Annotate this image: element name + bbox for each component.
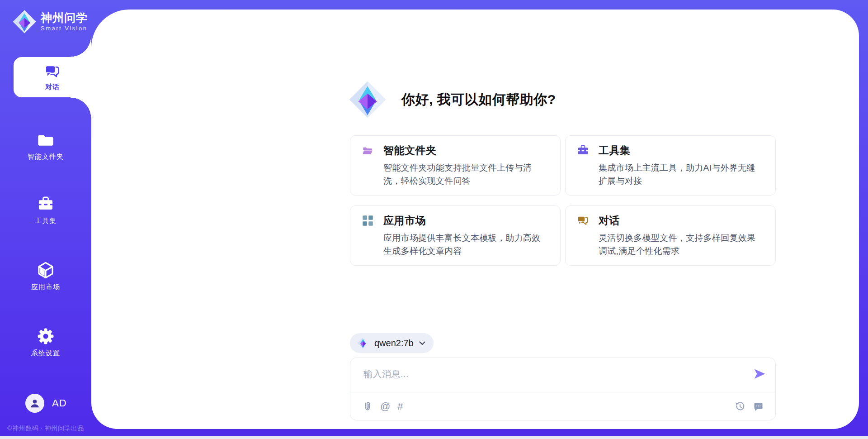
model-name: qwen2:7b	[374, 338, 414, 348]
card-desc: 应用市场提供丰富长文本模板，助力高效生成多样化文章内容	[362, 231, 548, 258]
brand-logo-icon	[13, 10, 36, 33]
paperclip-icon	[362, 401, 373, 412]
card-app-market[interactable]: 应用市场 应用市场提供丰富长文本模板，助力高效生成多样化文章内容	[350, 205, 561, 266]
model-logo-icon	[357, 337, 369, 349]
attachment-button[interactable]	[362, 401, 373, 412]
sidebar-item-label: 对话	[45, 83, 60, 91]
card-title: 工具集	[599, 143, 631, 157]
brand-subtitle: Smart Vision	[41, 25, 88, 32]
sidebar-item-label: 工具集	[35, 217, 57, 225]
main-panel: 你好, 我可以如何帮助你? 智能文件夹 智能文件夹功能支持批量文件上传与清洗，轻…	[91, 10, 859, 429]
greeting-block: 你好, 我可以如何帮助你?	[349, 81, 556, 118]
chevron-down-icon	[419, 341, 425, 345]
history-icon	[735, 401, 745, 412]
sidebar-item-label: 智能文件夹	[28, 153, 64, 161]
folder-open-icon	[362, 144, 374, 157]
person-icon	[29, 397, 41, 409]
sidebar-item-toolset[interactable]: 工具集	[0, 196, 91, 225]
model-selector[interactable]: qwen2:7b	[350, 333, 434, 353]
app-root: { "brand": { "title": "神州问学", "subtitle"…	[0, 0, 868, 439]
card-toolset[interactable]: 工具集 集成市场上主流工具，助力AI与外界无缝扩展与对接	[565, 135, 776, 196]
sidebar-item-settings[interactable]: 系统设置	[0, 328, 91, 358]
sidebar-item-smart-folder[interactable]: 智能文件夹	[0, 131, 91, 161]
send-button[interactable]	[752, 366, 767, 382]
chat-icon	[44, 63, 61, 80]
gear-icon	[37, 328, 54, 345]
sidebar-footer: ©神州数码 · 神州问学出品	[0, 425, 91, 433]
message-bubble-icon	[753, 401, 764, 412]
brand: 神州问学 Smart Vision	[13, 10, 88, 33]
card-title: 对话	[599, 214, 620, 228]
horizontal-scrollbar[interactable]	[0, 436, 868, 439]
sidebar-item-app-market[interactable]: 应用市场	[0, 262, 91, 291]
composer-toolbar: @ #	[350, 392, 775, 420]
avatar	[25, 394, 44, 413]
sidebar: 神州问学 Smart Vision 对话 智能文件夹 工具集	[0, 0, 91, 439]
hashtag-button[interactable]: #	[397, 401, 403, 411]
send-icon	[753, 367, 766, 381]
greeting-text: 你好, 我可以如何帮助你?	[401, 91, 556, 109]
sidebar-item-chat[interactable]: 对话	[14, 57, 91, 97]
card-desc: 灵活切换多模型文件，支持多样回复效果调试,满足个性化需求	[577, 231, 764, 258]
user-account[interactable]: AD	[25, 394, 67, 413]
card-smart-folder[interactable]: 智能文件夹 智能文件夹功能支持批量文件上传与清洗，轻松实现文件问答	[350, 135, 561, 196]
card-chat[interactable]: 对话 灵活切换多模型文件，支持多样回复效果调试,满足个性化需求	[565, 205, 776, 266]
chat-icon	[577, 215, 589, 227]
card-title: 智能文件夹	[383, 143, 437, 157]
user-initials: AD	[52, 397, 67, 409]
cube-icon	[37, 262, 54, 279]
card-desc: 集成市场上主流工具，助力AI与外界无缝扩展与对接	[577, 161, 764, 188]
app-logo-icon	[349, 81, 386, 118]
brand-title: 神州问学	[41, 12, 88, 24]
folder-icon	[37, 131, 54, 148]
card-desc: 智能文件夹功能支持批量文件上传与清洗，轻松实现文件问答	[362, 161, 548, 188]
message-input[interactable]	[363, 367, 753, 391]
toolbox-icon	[37, 196, 54, 213]
feedback-button[interactable]	[753, 401, 764, 412]
history-button[interactable]	[735, 401, 745, 412]
mention-button[interactable]: @	[380, 401, 390, 411]
card-title: 应用市场	[383, 214, 426, 228]
sidebar-item-label: 应用市场	[31, 283, 60, 291]
toolbox-icon	[577, 144, 589, 157]
message-composer: @ #	[350, 358, 776, 420]
grid-icon	[362, 215, 374, 227]
sidebar-item-label: 系统设置	[31, 349, 60, 358]
feature-cards: 智能文件夹 智能文件夹功能支持批量文件上传与清洗，轻松实现文件问答 工具集 集成…	[350, 135, 776, 266]
